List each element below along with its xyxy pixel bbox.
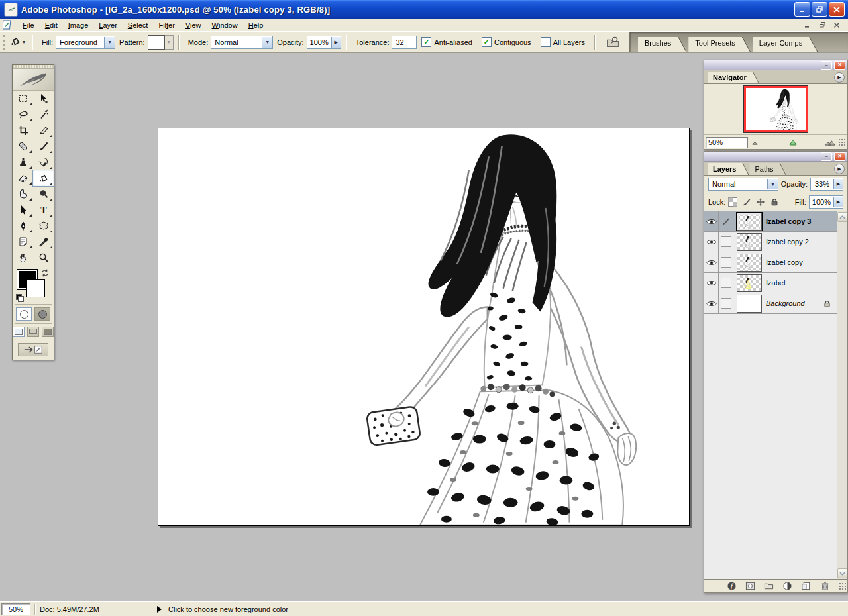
maximized-screen-mode-button[interactable] xyxy=(27,327,39,337)
tool-paint-bucket[interactable] xyxy=(32,170,54,187)
tool-hand[interactable] xyxy=(13,250,33,266)
pattern-swatch[interactable] xyxy=(148,35,165,50)
tolerance-input[interactable]: 32 xyxy=(392,36,417,49)
panel-resize-grip[interactable] xyxy=(839,582,846,590)
layer-name[interactable]: Background xyxy=(766,299,805,307)
layer-fill-spinner[interactable]: 100% ▶ xyxy=(809,195,843,209)
scroll-down-button[interactable] xyxy=(837,568,847,578)
options-bar-grip[interactable] xyxy=(3,35,5,50)
palette-tab-brushes[interactable]: Brushes xyxy=(638,37,686,52)
document-canvas[interactable] xyxy=(158,128,690,526)
palette-tab-tool-presets[interactable]: Tool Presets xyxy=(688,37,750,52)
checkbox-all-layers[interactable]: All Layers xyxy=(541,37,585,47)
tool-healing-brush[interactable] xyxy=(13,138,33,154)
menu-select[interactable]: Select xyxy=(123,20,154,30)
scroll-up-button[interactable] xyxy=(837,212,847,222)
tool-notes[interactable] xyxy=(13,234,33,250)
tool-type[interactable]: T xyxy=(33,202,54,218)
menu-file[interactable]: File xyxy=(17,20,40,30)
layer-link-well[interactable] xyxy=(719,232,733,252)
panel-menu-button[interactable]: ▶ xyxy=(834,164,845,174)
opacity-popup-arrow[interactable]: ▶ xyxy=(331,37,341,48)
layer-thumbnail[interactable] xyxy=(737,233,762,251)
tool-lasso[interactable] xyxy=(13,107,33,123)
opacity-popup-arrow[interactable]: ▶ xyxy=(833,179,843,189)
default-colors-icon[interactable] xyxy=(16,294,24,302)
zoom-slider-thumb[interactable] xyxy=(789,139,797,147)
layer-link-well[interactable] xyxy=(719,252,733,272)
tab-layers[interactable]: Layers xyxy=(708,163,748,175)
standard-screen-mode-button[interactable] xyxy=(13,327,25,337)
layer-row-izabel-copy[interactable]: Izabel copy xyxy=(704,252,837,273)
zoom-slider[interactable] xyxy=(763,137,822,148)
checkbox-anti-aliased[interactable]: ✓Anti-aliased xyxy=(421,37,472,47)
layer-thumbnail[interactable] xyxy=(737,213,762,231)
lock-transparency-icon[interactable] xyxy=(728,197,737,207)
tool-magic-wand[interactable] xyxy=(33,107,54,123)
zoom-in-button[interactable] xyxy=(823,137,837,148)
tool-eyedropper[interactable] xyxy=(33,234,54,250)
tool-slice[interactable] xyxy=(33,123,54,138)
panel-resize-grip[interactable] xyxy=(838,138,846,146)
navigator-titlebar[interactable]: – ✕ xyxy=(704,60,847,70)
tool-crop[interactable] xyxy=(13,123,33,138)
menu-filter[interactable]: Filter xyxy=(153,20,180,30)
layer-name[interactable]: Izabel xyxy=(766,279,785,287)
layer-row-background[interactable]: Background xyxy=(704,293,837,314)
layer-row-izabel-copy-3[interactable]: Izabel copy 3 xyxy=(704,211,837,232)
new-group-button[interactable] xyxy=(764,581,774,591)
tool-zoom[interactable] xyxy=(33,250,54,266)
doc-close-button[interactable] xyxy=(831,21,843,30)
fullscreen-mode-button[interactable] xyxy=(42,327,54,337)
eye-icon[interactable] xyxy=(706,238,717,246)
tool-move[interactable] xyxy=(33,91,54,107)
add-layer-mask-button[interactable] xyxy=(745,581,755,591)
eye-icon[interactable] xyxy=(706,259,717,266)
layer-list-scrollbar[interactable] xyxy=(837,211,847,579)
window-close-button[interactable] xyxy=(829,2,845,17)
menu-layer[interactable]: Layer xyxy=(93,20,123,30)
layer-visibility-toggle[interactable] xyxy=(704,211,719,231)
tool-brush[interactable] xyxy=(33,138,54,154)
blend-mode-combo[interactable]: Normal ▼ xyxy=(708,178,778,191)
quick-mask-mode-button[interactable] xyxy=(34,307,50,321)
layer-opacity-spinner[interactable]: 33% ▶ xyxy=(810,178,843,191)
tab-navigator[interactable]: Navigator xyxy=(708,72,759,83)
layer-style-button[interactable]: f xyxy=(727,581,737,591)
new-layer-button[interactable] xyxy=(801,581,811,591)
window-minimize-button[interactable] xyxy=(794,2,810,17)
layer-visibility-toggle[interactable] xyxy=(704,273,719,293)
panel-minimize-button[interactable]: – xyxy=(821,152,832,161)
mode-combo[interactable]: Normal ▼ xyxy=(211,36,273,49)
fill-combo[interactable]: Foreground ▼ xyxy=(56,36,115,49)
layer-visibility-toggle[interactable] xyxy=(704,252,719,272)
tool-history-brush[interactable] xyxy=(33,154,54,170)
menu-edit[interactable]: Edit xyxy=(40,20,63,30)
tool-custom-shape[interactable] xyxy=(33,218,54,234)
standard-mode-button[interactable] xyxy=(16,307,32,321)
layers-titlebar[interactable]: – ✕ xyxy=(704,152,847,162)
layer-name[interactable]: Izabel copy 2 xyxy=(766,238,809,246)
tool-eraser[interactable] xyxy=(13,170,33,186)
navigator-zoom-input[interactable]: 50% xyxy=(706,137,748,148)
tool-clone-stamp[interactable] xyxy=(13,154,33,170)
layer-name[interactable]: Izabel copy 3 xyxy=(766,217,811,225)
palette-tab-layer-comps[interactable]: Layer Comps xyxy=(753,37,817,52)
tool-path-selection[interactable] xyxy=(13,202,33,218)
jump-to-imageready-button[interactable] xyxy=(18,343,48,356)
swap-colors-icon[interactable] xyxy=(40,268,50,278)
layer-thumbnail[interactable] xyxy=(737,254,762,272)
panel-close-button[interactable]: ✕ xyxy=(834,61,845,70)
layer-thumbnail[interactable] xyxy=(737,274,762,292)
menu-view[interactable]: View xyxy=(180,20,207,30)
active-tool-button[interactable]: ▼ xyxy=(9,34,27,51)
lock-all-icon[interactable] xyxy=(770,197,779,207)
navigator-thumbnail[interactable] xyxy=(743,85,808,133)
pattern-dropdown-arrow[interactable]: ▼ xyxy=(165,35,174,50)
layer-visibility-toggle[interactable] xyxy=(704,293,719,313)
menu-window[interactable]: Window xyxy=(207,20,243,30)
zoom-out-button[interactable] xyxy=(748,137,761,148)
layer-row-izabel-copy-2[interactable]: Izabel copy 2 xyxy=(704,232,837,252)
lock-position-icon[interactable] xyxy=(756,197,765,207)
panel-minimize-button[interactable]: – xyxy=(821,61,832,70)
